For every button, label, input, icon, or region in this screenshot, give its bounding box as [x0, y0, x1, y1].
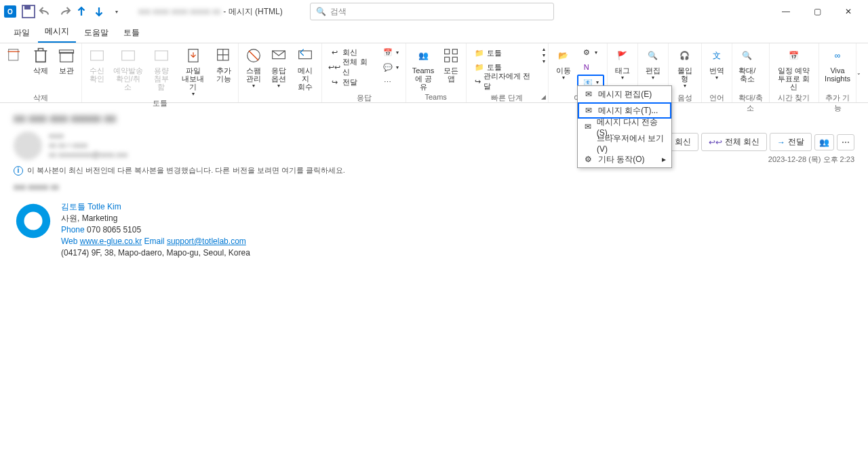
sender-avatar: [14, 131, 42, 160]
menu-view-browser[interactable]: 브라우저에서 보기(V): [578, 135, 671, 151]
svg-point-18: [24, 211, 42, 230]
message-actions: ↩회신 ↩↩전체 회신 →전달 👥 ⋯: [658, 133, 854, 151]
group-label-zoom: 확대/축소: [735, 93, 766, 102]
quickstep-down-icon[interactable]: ▾: [542, 52, 545, 58]
svg-rect-14: [452, 49, 457, 54]
quick-delete-button[interactable]: [3, 45, 27, 68]
immersive-button[interactable]: 🎧몰입형▾: [671, 45, 698, 90]
close-button[interactable]: ✕: [833, 0, 864, 23]
group-label-voice: 음성: [671, 93, 698, 102]
action-teams-button[interactable]: 👥: [814, 134, 834, 150]
all-apps-button[interactable]: 모든 앱: [439, 45, 463, 84]
ribbon-group-respond: ↩회신 ↩↩전체 회신 ↪전달 📅▾ 💬▾ ⋯ 응답: [322, 43, 406, 102]
svg-rect-15: [445, 57, 450, 62]
ribbon-collapse-icon[interactable]: ⌄: [856, 70, 861, 76]
group-label-addins: 추가 기능: [822, 93, 853, 102]
quickstep-up-icon[interactable]: ▴: [542, 46, 545, 52]
archive-button[interactable]: 보관: [54, 45, 79, 76]
minimize-button[interactable]: ―: [770, 0, 802, 23]
meeting-button[interactable]: 📅▾: [378, 45, 403, 60]
teams-share-button[interactable]: 👥Teams 에 공유: [409, 45, 438, 92]
recall-button[interactable]: 메시지 회수: [292, 45, 319, 92]
forward-button[interactable]: ↪전달: [325, 75, 376, 89]
addins-button[interactable]: 추가 기능: [212, 45, 235, 84]
signature-logo: [14, 201, 53, 241]
spam-button[interactable]: 스팸 관리▾: [241, 45, 265, 90]
undo-icon[interactable]: [38, 3, 54, 20]
edit-button[interactable]: 🔍편집▾: [641, 45, 665, 82]
ribbon-group-totle: 수신 확인 예약발송 확인/취소 용량 첨부함 파일 내보내기▾ 추가 기능 토…: [82, 43, 239, 102]
next-icon[interactable]: [91, 3, 107, 20]
info-bar[interactable]: i 이 복사본이 최신 버전인데 다른 복사본을 변경했습니다. 다른 버전을 …: [14, 165, 854, 176]
signature-title: 사원, Marketing: [61, 213, 250, 224]
group-label-language: 언어: [705, 93, 729, 102]
info-icon: i: [14, 166, 23, 176]
quickstep-1[interactable]: 📁토틀: [471, 46, 540, 60]
delete-button[interactable]: 삭제: [28, 45, 53, 76]
reply-options-button[interactable]: 응답 옵션▾: [267, 45, 290, 90]
search-icon: 🔍: [316, 7, 326, 16]
svg-rect-2: [9, 49, 18, 60]
attach-button: 용량 첨부함: [148, 45, 175, 92]
quickstep-3[interactable]: ↪관리자에게 전달: [471, 75, 540, 88]
action-more-button[interactable]: ⋯: [837, 134, 854, 150]
menu-edit-message[interactable]: ✉메시지 편집(E): [578, 86, 671, 102]
search-placeholder: 검색: [330, 6, 347, 18]
outlook-icon: O: [4, 5, 16, 18]
schedule-button: 예약발송 확인/취소: [110, 45, 146, 92]
receipt-button: 수신 확인: [85, 45, 108, 84]
quick-access-toolbar: ▾: [20, 3, 125, 20]
maximize-button[interactable]: ▢: [802, 0, 833, 23]
zoom-button[interactable]: 🔍확대/ 축소: [735, 45, 760, 84]
translate-button[interactable]: 文번역▾: [705, 45, 729, 82]
group-label-timefind: 시간 찾기: [772, 93, 816, 102]
tab-file[interactable]: 파일: [7, 23, 37, 43]
viva-button[interactable]: ∞Viva Insights: [822, 45, 853, 84]
info-text: 이 복사본이 최신 버전인데 다른 복사본을 변경했습니다. 다른 버전을 보려…: [27, 165, 345, 176]
ribbon-group-language: 文번역▾ 언어: [702, 43, 732, 102]
group-label-options: [241, 93, 319, 102]
qat-dropdown-icon[interactable]: ▾: [108, 3, 125, 20]
ribbon-tabs: 파일 메시지 도움말 토틀: [0, 23, 868, 43]
svg-rect-3: [60, 52, 73, 62]
tags-button[interactable]: 🚩태그▾: [610, 45, 635, 82]
prev-icon[interactable]: [73, 3, 90, 20]
group-label-quicksteps: 빠른 단계: [469, 93, 545, 102]
ribbon-group-teams: 👥Teams 에 공유 모든 앱 Teams: [406, 43, 467, 102]
menu-other-actions[interactable]: ⚙기타 동작(O)▸: [578, 151, 671, 167]
export-button[interactable]: 파일 내보내기▾: [176, 45, 211, 98]
actions-dropdown-menu: ✉메시지 편집(E) ✉메시지 회수(T)... ✉메시지 다시 전송(S)..…: [577, 85, 672, 168]
window-controls: ― ▢ ✕: [770, 0, 864, 23]
redo-icon[interactable]: [56, 3, 72, 20]
ribbon-group-timefind: 📅일정 예약 투표로 회신 시간 찾기: [770, 43, 819, 102]
signature-phone-label: Phone: [61, 225, 85, 234]
move-button[interactable]: 📂이동▾: [551, 45, 576, 82]
tab-help[interactable]: 도움말: [77, 23, 115, 43]
svg-rect-6: [122, 51, 135, 60]
im-button[interactable]: 💬▾: [378, 60, 403, 75]
signature-address: (04174) 9F, 38, Mapo-daero, Mapo-gu, Seo…: [61, 247, 250, 259]
sender-name: xxxx: [49, 131, 127, 140]
sender-email: xx xxxxxxxxx@xxxx.xxx: [49, 150, 127, 159]
svg-rect-16: [452, 57, 457, 62]
schedule-vote-button[interactable]: 📅일정 예약 투표로 회신: [772, 45, 816, 92]
window-title-suffix: - 메시지 (HTML): [223, 6, 282, 18]
tab-totle[interactable]: 토틀: [117, 23, 146, 43]
reply-all-button[interactable]: ↩↩전체 회신: [325, 60, 376, 75]
signature-web-link[interactable]: www.e-glue.co.kr: [80, 237, 142, 246]
signature-email-label: Email: [144, 237, 165, 246]
more-respond-button[interactable]: ⋯: [378, 75, 403, 89]
action-replyall-button[interactable]: ↩↩전체 회신: [701, 133, 767, 151]
dialog-launcher-icon[interactable]: ◢: [541, 94, 546, 100]
svg-rect-1: [24, 5, 31, 9]
signature-web-label: Web: [61, 237, 77, 246]
search-input[interactable]: 🔍 검색: [310, 3, 554, 20]
action-forward-button[interactable]: →전달: [770, 133, 812, 151]
save-icon[interactable]: [20, 3, 37, 20]
onenote-button[interactable]: N: [577, 60, 604, 75]
quickstep-more-icon[interactable]: ▾: [542, 58, 545, 64]
title-bar: O ▾ xxx xxxx xxxx xxxxx xx - 메시지 (HTML) …: [0, 0, 868, 23]
tab-message[interactable]: 메시지: [38, 22, 76, 43]
signature-email-link[interactable]: support@totlelab.com: [167, 237, 246, 246]
rules-button[interactable]: ⚙▾: [577, 45, 604, 60]
